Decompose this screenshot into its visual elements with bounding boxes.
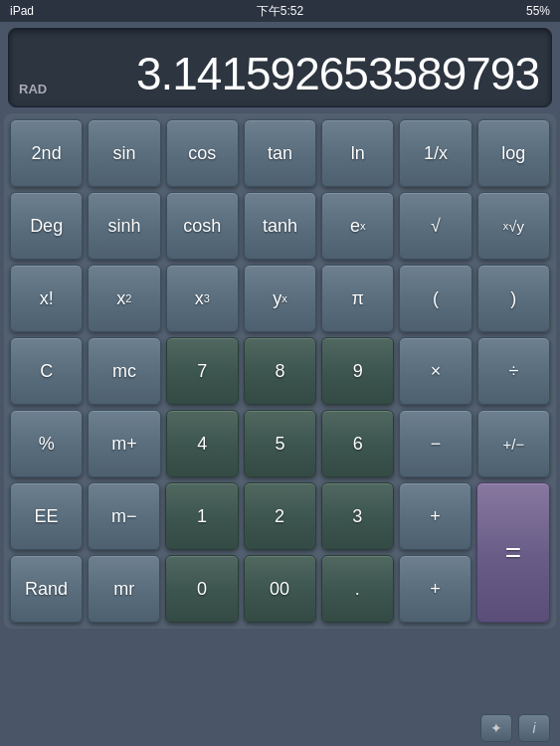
btn-ee[interactable]: EE	[10, 482, 83, 550]
btn-7[interactable]: 7	[166, 337, 239, 405]
row-2: Deg sinh cosh tanh ex √ x√y	[10, 192, 550, 260]
device-label: iPad	[10, 4, 34, 18]
btn-cosh[interactable]: cosh	[166, 192, 239, 260]
btn-sqrt[interactable]: √	[399, 192, 471, 260]
btn-xrooty[interactable]: x√y	[477, 192, 550, 260]
btn-sin[interactable]: sin	[88, 119, 160, 187]
btn-equals[interactable]: =	[476, 482, 550, 623]
btn-ln[interactable]: ln	[321, 119, 394, 187]
btn-exp[interactable]: ex	[321, 192, 394, 260]
btn-deg[interactable]: Deg	[10, 192, 83, 260]
row-5: % m+ 4 5 6 − +/−	[10, 410, 550, 477]
info-bar: ✦ i	[480, 714, 550, 742]
row-6: EE m− 1 2 3 +	[10, 482, 471, 550]
btn-plus-bottom[interactable]: +	[399, 555, 471, 623]
btn-5[interactable]: 5	[244, 410, 316, 477]
btn-mplus[interactable]: m+	[88, 410, 160, 477]
btn-cube[interactable]: x3	[166, 265, 239, 332]
btn-6[interactable]: 6	[321, 410, 394, 477]
rows-6-7-left: EE m− 1 2 3 + Rand mr 0 00 . +	[10, 482, 471, 623]
info-star-button[interactable]: ✦	[480, 714, 512, 742]
btn-plus-right[interactable]: +	[399, 482, 471, 550]
btn-0[interactable]: 0	[165, 555, 238, 623]
btn-plus-minus[interactable]: +/−	[477, 410, 550, 477]
btn-2[interactable]: 2	[244, 482, 316, 550]
btn-clear[interactable]: C	[10, 337, 83, 405]
btn-4[interactable]: 4	[166, 410, 239, 477]
row-4: C mc 7 8 9 × ÷	[10, 337, 550, 405]
btn-sinh[interactable]: sinh	[88, 192, 160, 260]
info-i-button[interactable]: i	[518, 714, 550, 742]
btn-mc[interactable]: mc	[88, 337, 160, 405]
battery-label: 55%	[526, 4, 550, 18]
btn-square[interactable]: x2	[88, 265, 160, 332]
btn-pi[interactable]: π	[321, 265, 394, 332]
btn-mr[interactable]: mr	[88, 555, 160, 623]
btn-close-paren[interactable]: )	[477, 265, 550, 332]
btn-cos[interactable]: cos	[166, 119, 239, 187]
btn-multiply[interactable]: ×	[399, 337, 471, 405]
btn-factorial[interactable]: x!	[10, 265, 83, 332]
btn-percent[interactable]: %	[10, 410, 83, 477]
display-number: 3.141592653589793	[136, 47, 539, 100]
rows-6-7: EE m− 1 2 3 + Rand mr 0 00 . + =	[10, 482, 550, 623]
btn-tanh[interactable]: tanh	[244, 192, 316, 260]
btn-9[interactable]: 9	[321, 337, 394, 405]
btn-log[interactable]: log	[477, 119, 550, 187]
btn-00[interactable]: 00	[244, 555, 316, 623]
status-bar: iPad 下午5:52 55%	[0, 0, 560, 22]
status-time: 下午5:52	[257, 3, 303, 20]
btn-inv-x[interactable]: 1/x	[399, 119, 471, 187]
calc-body: 2nd sin cos tan ln 1/x log Deg sinh cosh…	[4, 113, 556, 629]
equals-wrapper: =	[476, 482, 550, 623]
btn-open-paren[interactable]: (	[399, 265, 471, 332]
display-area: RAD 3.141592653589793	[8, 28, 552, 107]
btn-decimal[interactable]: .	[321, 555, 394, 623]
btn-divide[interactable]: ÷	[477, 337, 550, 405]
row-3: x! x2 x3 yx π ( )	[10, 265, 550, 332]
rad-label: RAD	[19, 82, 47, 96]
btn-mminus[interactable]: m−	[88, 482, 160, 550]
btn-1[interactable]: 1	[165, 482, 238, 550]
btn-rand[interactable]: Rand	[10, 555, 83, 623]
btn-3[interactable]: 3	[321, 482, 394, 550]
btn-tan[interactable]: tan	[244, 119, 316, 187]
btn-8[interactable]: 8	[244, 337, 316, 405]
btn-minus[interactable]: −	[399, 410, 471, 477]
btn-powy[interactable]: yx	[244, 265, 316, 332]
row-7: Rand mr 0 00 . +	[10, 555, 471, 623]
row-1: 2nd sin cos tan ln 1/x log	[10, 119, 550, 187]
btn-2nd[interactable]: 2nd	[10, 119, 83, 187]
